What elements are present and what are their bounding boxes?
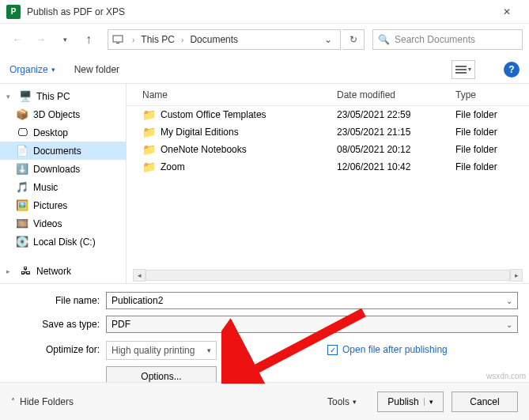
file-type: File folder — [455, 144, 529, 155]
navigation-tree: ▾ 🖥️ This PC 📦3D Objects 🖵Desktop 📄Docum… — [0, 84, 127, 283]
file-name: My Digital Editions — [161, 127, 239, 138]
svg-rect-0 — [113, 36, 123, 42]
filename-input[interactable]: Publication2 ⌄ — [106, 292, 518, 309]
publish-button[interactable]: Publish ▾ — [377, 392, 444, 412]
search-placeholder: Search Documents — [395, 34, 475, 45]
saveas-label: Save as type: — [11, 319, 106, 330]
pictures-icon: 🖼️ — [16, 199, 28, 212]
videos-icon: 🎞️ — [16, 218, 28, 230]
tree-this-pc[interactable]: ▾ 🖥️ This PC — [0, 87, 126, 105]
chevron-down-icon[interactable]: ⌄ — [506, 320, 512, 329]
chevron-right-icon: › — [127, 36, 139, 44]
view-options-button[interactable]: ▾ — [452, 60, 475, 79]
file-date: 23/05/2021 22:59 — [337, 109, 455, 120]
organize-menu[interactable]: Organize▾ — [9, 64, 55, 75]
file-row[interactable]: 📁OneNote Notebooks08/05/2021 20:12File f… — [127, 141, 529, 158]
chevron-down-icon[interactable]: ⌄ — [506, 297, 512, 305]
file-date: 12/06/2021 10:42 — [337, 161, 455, 172]
publisher-app-icon: P — [6, 5, 21, 19]
nav-back-button[interactable]: ← — [6, 28, 28, 51]
address-breadcrumb[interactable]: › This PC › Documents ⌄ — [108, 29, 341, 50]
music-icon: 🎵 — [16, 181, 28, 194]
expand-icon: ▾ — [6, 93, 14, 100]
optimize-label: Optimize for: — [11, 341, 106, 355]
pc-icon — [111, 33, 124, 46]
desktop-icon: 🖵 — [16, 127, 28, 139]
svg-rect-3 — [455, 69, 467, 70]
file-date: 23/05/2021 21:15 — [337, 127, 455, 138]
optimize-select[interactable]: High quality printing ▾ — [106, 341, 217, 360]
chevron-down-icon: ▾ — [353, 398, 357, 406]
main-content: ▾ 🖥️ This PC 📦3D Objects 🖵Desktop 📄Docum… — [0, 84, 529, 283]
saveas-type-select[interactable]: PDF ⌄ — [106, 316, 518, 333]
navigation-bar: ← → ▾ ↑ › This PC › Documents ⌄ ↻ 🔍 Sear… — [0, 24, 529, 55]
recent-locations-button[interactable]: ▾ — [54, 28, 76, 51]
title-bar: P Publish as PDF or XPS ✕ — [0, 0, 529, 24]
breadcrumb-dropdown-icon[interactable]: ⌄ — [319, 34, 337, 45]
file-row[interactable]: 📁Zoom12/06/2021 10:42File folder — [127, 158, 529, 176]
pc-icon: 🖥️ — [19, 90, 32, 103]
file-type: File folder — [455, 161, 529, 172]
column-type[interactable]: Type — [455, 89, 529, 100]
column-headers: Name Date modified Type — [127, 84, 529, 106]
svg-rect-4 — [455, 72, 467, 74]
chevron-up-icon: ˄ — [11, 397, 15, 406]
search-icon: 🔍 — [378, 34, 390, 45]
open-after-publishing-checkbox[interactable]: ✓ Open file after publishing — [327, 344, 448, 355]
search-input[interactable]: 🔍 Search Documents — [372, 29, 523, 50]
tree-music[interactable]: 🎵Music — [0, 178, 126, 196]
file-name: Zoom — [161, 161, 185, 172]
tree-downloads[interactable]: ⬇️Downloads — [0, 160, 126, 178]
tree-videos[interactable]: 🎞️Videos — [0, 214, 126, 233]
tree-pictures[interactable]: 🖼️Pictures — [0, 196, 126, 214]
dialog-footer: ˄ Hide Folders Tools ▾ Publish ▾ Cancel — [0, 382, 529, 420]
scroll-right-icon[interactable]: ▸ — [510, 269, 523, 282]
breadcrumb-folder[interactable]: Documents — [188, 32, 240, 47]
chevron-down-icon: ▾ — [207, 346, 211, 354]
file-type: File folder — [455, 109, 529, 120]
tools-menu[interactable]: Tools ▾ — [327, 396, 357, 407]
watermark: wsxdn.com — [486, 372, 526, 380]
file-list: Name Date modified Type 📁Custom Office T… — [127, 84, 529, 283]
scroll-left-icon[interactable]: ◂ — [133, 269, 145, 282]
disk-icon: 💽 — [16, 236, 28, 248]
save-form: File name: Publication2 ⌄ Save as type: … — [0, 283, 529, 390]
folder-icon: 📁 — [142, 143, 156, 156]
breadcrumb-root[interactable]: This PC — [139, 32, 176, 47]
folder-icon: 📁 — [142, 161, 156, 173]
checkbox-checked-icon: ✓ — [327, 345, 338, 355]
tree-3d-objects[interactable]: 📦3D Objects — [0, 105, 126, 123]
nav-forward-button[interactable]: → — [30, 28, 52, 51]
file-name: Custom Office Templates — [161, 109, 266, 120]
hide-folders-button[interactable]: ˄ Hide Folders — [11, 396, 74, 407]
folder-icon: 📁 — [142, 126, 156, 138]
file-name: OneNote Notebooks — [161, 144, 247, 155]
file-type: File folder — [455, 127, 529, 138]
toolbar: Organize▾ New folder ▾ ? — [0, 55, 529, 84]
new-folder-button[interactable]: New folder — [74, 64, 119, 75]
column-name[interactable]: Name — [142, 89, 337, 100]
file-row[interactable]: 📁My Digital Editions23/05/2021 21:15File… — [127, 123, 529, 141]
network-icon: 🖧 — [19, 265, 32, 278]
horizontal-scrollbar[interactable]: ◂ ▸ — [133, 269, 523, 282]
file-date: 08/05/2021 20:12 — [337, 144, 455, 155]
filename-label: File name: — [11, 295, 106, 306]
svg-rect-1 — [116, 43, 119, 44]
column-date[interactable]: Date modified — [337, 89, 455, 100]
tree-local-disk[interactable]: 💽Local Disk (C:) — [0, 233, 126, 251]
folder-icon: 📁 — [142, 108, 156, 121]
chevron-down-icon[interactable]: ▾ — [424, 398, 433, 406]
refresh-button[interactable]: ↻ — [342, 29, 365, 50]
svg-rect-2 — [455, 66, 467, 67]
tree-documents[interactable]: 📄Documents — [0, 142, 126, 160]
tree-network[interactable]: ▸ 🖧 Network — [0, 262, 126, 280]
expand-icon: ▸ — [6, 267, 14, 275]
cancel-button[interactable]: Cancel — [452, 392, 518, 412]
tree-desktop[interactable]: 🖵Desktop — [0, 123, 126, 142]
scroll-track[interactable] — [145, 270, 510, 281]
close-button[interactable]: ✕ — [491, 1, 523, 23]
folder-icon: 📦 — [16, 108, 28, 121]
file-row[interactable]: 📁Custom Office Templates23/05/2021 22:59… — [127, 106, 529, 123]
nav-up-button[interactable]: ↑ — [77, 28, 100, 51]
help-button[interactable]: ? — [504, 62, 520, 78]
